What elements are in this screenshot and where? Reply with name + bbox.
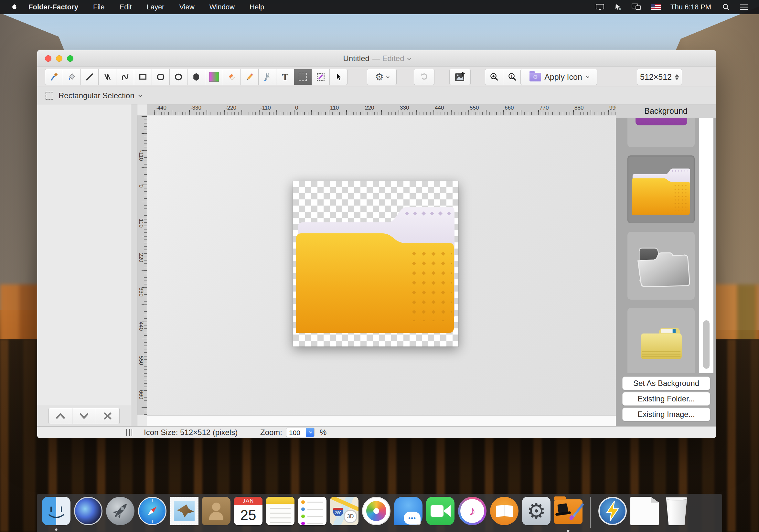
layers-panel [37,104,131,426]
dock-notes-icon[interactable] [266,497,295,525]
dock-contacts-icon[interactable] [202,497,230,525]
ruler-label: 220 [138,253,144,262]
pencil-tool[interactable] [241,69,259,85]
menu-app-name[interactable]: Folder-Factory [28,3,78,11]
thumbnail-pale-yellow-folder[interactable] [627,308,695,373]
left-panel-scrollbar[interactable] [131,104,138,426]
ruler-label: -110 [260,105,271,111]
menu-help[interactable]: Help [250,3,264,11]
ruler-label: 660 [138,390,144,399]
zoom-in-button[interactable] [485,69,503,85]
zoom-level-select[interactable]: 100 [286,428,314,437]
move-up-button[interactable] [49,408,72,424]
apply-icon-button[interactable]: ⚙ Apply Icon [520,69,597,85]
rectangular-selection-tool[interactable] [294,69,312,85]
ruler-label: -330 [190,105,201,111]
menu-file[interactable]: File [93,3,104,11]
ruler-label: -440 [155,105,167,111]
title-chevron-icon[interactable] [407,56,411,60]
selection-mode-chevron-icon[interactable] [138,93,142,97]
gear-icon: ⚙ [375,72,384,82]
existing-image-button[interactable]: Existing Image... [622,407,710,421]
menu-window[interactable]: Window [210,3,235,11]
canvas-area[interactable] [147,115,616,426]
set-as-background-button[interactable]: Set As Background [622,377,710,390]
curve-tool[interactable] [116,69,134,85]
thumbnail-purple-folder[interactable] [627,118,695,147]
panel-scrollbar-track[interactable] [699,118,713,373]
eraser-tool[interactable] [223,69,241,85]
dock-itunes-icon[interactable]: ♪ [458,497,487,525]
menu-layer[interactable]: Layer [146,3,164,11]
minimize-button[interactable] [56,55,62,62]
title-bar[interactable]: Untitled — Edited [37,50,716,67]
pointer-share-icon[interactable] [614,3,622,11]
dock-folder-factory-icon[interactable] [554,499,582,524]
eyedropper-tool[interactable] [45,69,63,85]
dock-calendar-icon[interactable]: JAN 25 [234,497,262,525]
dock-safari-icon[interactable] [138,497,167,525]
folder-artwork[interactable] [293,181,459,347]
dock-maps-icon[interactable]: 280 3D [330,497,358,525]
app-window: Untitled — Edited T ⚙ [37,50,716,438]
dock-system-preferences-icon[interactable]: ⚙ [522,497,550,525]
polyline-tool[interactable] [98,69,116,85]
dock-textedit-icon[interactable] [630,497,659,525]
canvas-horizontal-scrollbar[interactable] [147,415,616,426]
dock-messages-icon[interactable]: ••• [394,497,422,525]
gradient-tool[interactable] [205,69,223,85]
thumbnail-gray-metal-folder[interactable] [627,232,695,300]
menu-view[interactable]: View [179,3,194,11]
close-button[interactable] [45,55,51,62]
airplay-display-icon[interactable] [595,3,605,11]
dock-reminders-icon[interactable] [298,497,327,525]
ellipse-tool[interactable] [169,69,187,85]
zoom-actual-size-button[interactable]: 1 [503,69,521,85]
resize-grip-icon[interactable] [126,429,132,436]
rectangle-tool[interactable] [134,69,152,85]
text-tool[interactable]: T [276,69,294,85]
dock-photos-icon[interactable] [362,497,390,525]
search-icon[interactable] [722,3,730,11]
wand-selection-tool[interactable] [312,69,330,85]
zoom-select-dropdown-icon[interactable] [306,428,314,437]
dock-launchpad-icon[interactable] [106,497,135,525]
rounded-rectangle-tool[interactable] [152,69,170,85]
dock-trash-icon[interactable] [662,497,691,525]
menu-edit[interactable]: Edit [119,3,132,11]
panel-scrollbar-thumb[interactable] [703,320,709,369]
running-indicator [55,528,58,531]
apple-menu-icon[interactable] [10,3,18,11]
dock-mail-icon[interactable] [170,497,198,525]
move-cursor-tool[interactable] [329,69,347,85]
insert-image-button[interactable] [449,69,471,85]
displays-icon[interactable] [632,3,641,11]
polygon-tool[interactable] [187,69,205,85]
zoom-window-button[interactable] [67,55,73,62]
delete-button[interactable] [96,408,120,424]
existing-folder-button[interactable]: Existing Folder... [622,392,710,406]
dock-ibooks-icon[interactable] [490,497,518,525]
ruler-label: 110 [138,219,144,228]
tool-settings-dropdown[interactable]: ⚙ [367,69,397,85]
dock-lightning-app-icon[interactable] [598,497,627,525]
thumbnail-yellow-folder[interactable] [627,155,695,223]
svg-text:1: 1 [510,74,512,78]
menu-clock[interactable]: Thu 6:18 PM [670,3,711,11]
window-edited-status: — Edited [372,54,404,63]
icon-size-stepper[interactable]: 512×512 [637,69,682,85]
move-down-button[interactable] [72,408,96,424]
selection-mode-label[interactable]: Rectangular Selection [59,91,135,100]
redo-button[interactable] [414,69,434,85]
airbrush-tool[interactable] [258,69,276,85]
paint-bucket-tool[interactable] [63,69,81,85]
notification-center-icon[interactable] [739,4,748,11]
dock-facetime-icon[interactable] [426,497,455,525]
toolbar: T ⚙ 1 ⚙ Apply Icon 512×512 [37,67,716,87]
dock-finder-icon[interactable] [42,497,70,525]
ruler-label: 990 [609,105,616,111]
stepper-arrows-icon[interactable] [675,74,679,80]
us-flag-icon[interactable] [651,4,661,10]
line-tool[interactable] [80,69,99,85]
dock-siri-icon[interactable] [74,497,102,525]
